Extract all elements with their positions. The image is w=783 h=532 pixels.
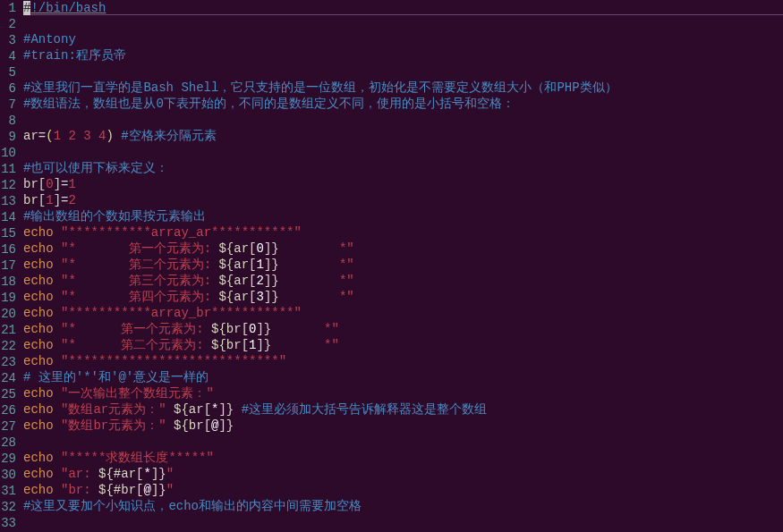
token: [ — [38, 177, 46, 191]
token: ar — [234, 290, 249, 304]
code-line[interactable]: br[0]=1 — [23, 176, 783, 192]
token: [ — [242, 338, 249, 352]
code-line[interactable]: #输出数组的个数如果按元素输出 — [23, 208, 783, 224]
token — [54, 290, 61, 304]
token — [54, 225, 61, 240]
code-line[interactable]: #这里我们一直学的是Bash Shell，它只支持的是一位数组，初始化是不需要定… — [23, 80, 783, 96]
code-line[interactable] — [23, 63, 783, 80]
token — [54, 467, 61, 481]
token: *" — [279, 290, 354, 304]
token: 1 — [68, 177, 75, 191]
token: ar — [23, 129, 38, 143]
code-line[interactable] — [23, 144, 783, 160]
line-number: 6 — [0, 80, 16, 97]
token: "****************************" — [61, 354, 286, 368]
code-line[interactable] — [23, 514, 783, 530]
token: @ — [143, 483, 150, 497]
code-line[interactable]: #!/bin/bash — [23, 0, 783, 15]
token — [54, 483, 61, 497]
token: [ — [38, 193, 46, 207]
token — [76, 129, 83, 143]
line-number: 32 — [0, 499, 16, 515]
code-line[interactable]: echo "数组ar元素为：" ${ar[*]} #这里必须加大括号告诉解释器这… — [23, 401, 783, 418]
line-number: 19 — [0, 290, 16, 306]
token — [166, 418, 174, 433]
code-line[interactable] — [23, 112, 783, 128]
code-line[interactable]: echo "数组br元素为：" ${br[@]} — [23, 418, 783, 434]
code-line[interactable]: #train:程序员帝 — [23, 47, 783, 63]
token: ${ — [211, 338, 226, 352]
line-number: 28 — [0, 435, 16, 451]
token — [54, 354, 61, 368]
token: * — [143, 467, 150, 481]
line-number: 2 — [0, 16, 16, 32]
line-number: 24 — [0, 370, 16, 386]
token: echo — [23, 306, 54, 320]
code-line[interactable]: ar=(1 2 3 4) #空格来分隔元素 — [23, 128, 783, 144]
token — [54, 322, 61, 336]
code-line[interactable]: echo "***********array_br***********" — [23, 305, 783, 321]
token: "* 第二个元素为: — [61, 258, 218, 272]
code-line[interactable]: #也可以使用下标来定义： — [23, 160, 783, 176]
token — [54, 241, 61, 256]
token: ]} — [218, 402, 234, 417]
code-line[interactable]: echo "***********array_ar***********" — [23, 224, 783, 241]
token: echo — [23, 354, 54, 368]
line-number: 7 — [0, 97, 16, 113]
token: "数组ar元素为：" — [61, 402, 166, 417]
line-number: 4 — [0, 48, 16, 64]
code-line[interactable]: br[1]=2 — [23, 192, 783, 208]
token: !/bin/bash — [30, 1, 106, 15]
code-line[interactable]: echo "* 第四个元素为: ${ar[3]} *" — [23, 289, 783, 305]
token: *" — [279, 241, 354, 256]
code-line[interactable]: #数组语法，数组也是从0下表开始的，不同的是数组定义不同，使用的是小括号和空格： — [23, 96, 783, 112]
line-number: 27 — [0, 418, 16, 435]
token: ${ — [218, 241, 234, 256]
token: 0 — [46, 177, 53, 191]
code-line[interactable]: #这里又要加个小知识点，echo和输出的内容中间需要加空格 — [23, 498, 783, 514]
token: ]} — [264, 258, 279, 272]
token: #train:程序员帝 — [23, 48, 126, 63]
code-line[interactable]: echo "****************************" — [23, 353, 783, 369]
token — [234, 402, 241, 417]
token: ] — [54, 193, 61, 207]
token: "* 第四个元素为: — [61, 290, 218, 304]
code-line[interactable]: echo "*****求数组长度*****" — [23, 450, 783, 466]
code-line[interactable]: # 这里的'*'和'@'意义是一样的 — [23, 369, 783, 385]
token: echo — [23, 467, 54, 481]
code-line[interactable] — [23, 434, 783, 450]
code-line[interactable]: echo "* 第一个元素为: ${ar[0]} *" — [23, 241, 783, 257]
token: = — [38, 129, 46, 143]
code-line[interactable]: echo "* 第一个元素为: ${br[0]} *" — [23, 321, 783, 337]
token: ]} — [218, 418, 234, 433]
token — [54, 451, 61, 465]
code-line[interactable]: echo "一次输出整个数组元素：" — [23, 385, 783, 401]
token: 1 — [46, 193, 53, 207]
code-line[interactable] — [23, 15, 783, 31]
line-number: 30 — [0, 467, 16, 483]
token: ar — [189, 402, 204, 417]
line-number: 31 — [0, 483, 16, 499]
token: [ — [204, 402, 211, 417]
token: echo — [23, 338, 54, 352]
code-line[interactable]: echo "* 第三个元素为: ${ar[2]} *" — [23, 273, 783, 289]
token: ${ — [174, 402, 189, 417]
token: "* 第三个元素为: — [61, 274, 218, 288]
line-number: 25 — [0, 386, 16, 402]
token: " — [166, 467, 174, 481]
token: 3 — [256, 290, 263, 304]
token: "* 第一个元素为: — [61, 322, 211, 336]
code-editor[interactable]: 1234567891011121314151617181920212223242… — [0, 0, 783, 532]
token: echo — [23, 322, 54, 336]
code-line[interactable]: #Antony — [23, 31, 783, 47]
code-line[interactable]: echo "* 第二个元素为: ${ar[1]} *" — [23, 257, 783, 273]
token: ]} — [264, 290, 279, 304]
token: #也可以使用下标来定义： — [23, 161, 168, 175]
code-line[interactable]: echo "br: ${#br[@]}" — [23, 482, 783, 498]
code-line[interactable]: echo "ar: ${#ar[*]}" — [23, 466, 783, 482]
code-area[interactable]: #!/bin/bash #Antony#train:程序员帝 #这里我们一直学的… — [20, 0, 783, 532]
token: 2 — [68, 193, 75, 207]
token — [54, 258, 61, 272]
token: #输出数组的个数如果按元素输出 — [23, 209, 206, 224]
code-line[interactable]: echo "* 第二个元素为: ${br[1]} *" — [23, 337, 783, 353]
